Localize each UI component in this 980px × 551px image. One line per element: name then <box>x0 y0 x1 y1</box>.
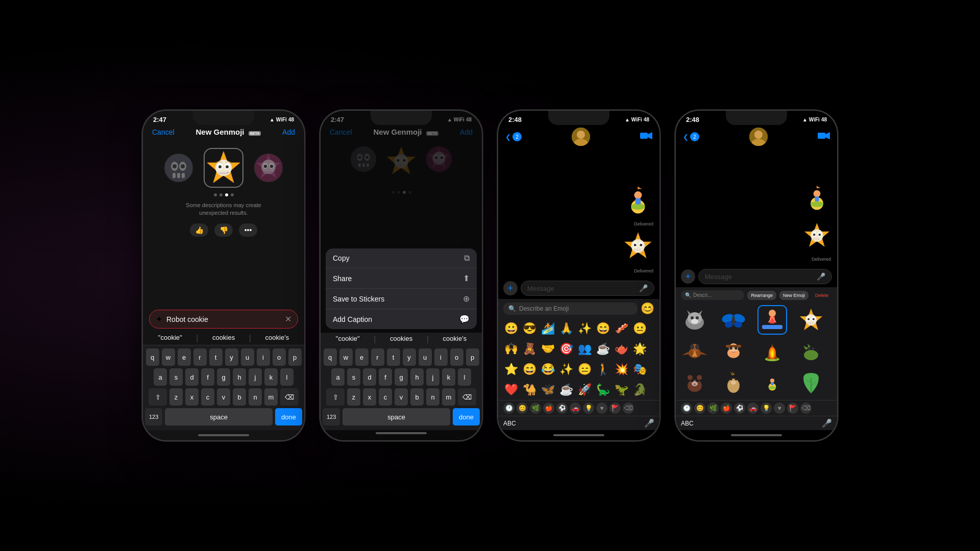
autocomplete-item-3[interactable]: cookie's <box>265 334 289 343</box>
emoji-3-12[interactable]: 🎯 <box>557 340 575 358</box>
emoji-cat-4-flags[interactable]: 🚩 <box>787 403 798 414</box>
key2-s[interactable]: s <box>347 368 360 386</box>
key2-u[interactable]: u <box>419 348 432 366</box>
emoji-3-19[interactable]: 😂 <box>539 361 556 378</box>
key-i[interactable]: i <box>257 348 270 366</box>
emoji-cat-objects[interactable]: 💡 <box>583 403 594 414</box>
video-call-button-4[interactable] <box>818 132 830 142</box>
emoji-3-27[interactable]: 🦋 <box>539 381 556 398</box>
emoji-3-14[interactable]: ☕ <box>594 340 611 358</box>
genmoji-cell-star-skull[interactable] <box>796 305 826 335</box>
thumbs-up-btn[interactable]: 👍 <box>190 223 208 237</box>
emoji-3-32[interactable]: 🐊 <box>631 381 648 398</box>
key-l[interactable]: l <box>280 368 293 386</box>
key-p[interactable]: p <box>288 348 302 366</box>
emoji-delete-btn[interactable]: ⌫ <box>623 403 634 414</box>
menu-item-copy[interactable]: Copy ⧉ <box>326 248 477 268</box>
key2-i[interactable]: i <box>434 348 448 366</box>
key2-d[interactable]: d <box>363 368 376 386</box>
emoji-3-28[interactable]: ☕ <box>557 381 575 398</box>
emoji-cat-symbols[interactable]: ♥ <box>596 403 607 414</box>
key-u[interactable]: u <box>241 348 254 366</box>
abc-label-3[interactable]: ABC <box>503 420 516 427</box>
emoji-3-8[interactable]: 😐 <box>631 320 648 337</box>
emoji-3-15[interactable]: 🫖 <box>612 340 630 358</box>
key2-k[interactable]: k <box>442 368 455 386</box>
back-button-4[interactable]: ❮ 2 <box>683 132 699 141</box>
genmoji-cell-cowboy[interactable] <box>719 337 748 366</box>
emoji-3-17[interactable]: ⭐ <box>502 361 520 378</box>
key-w[interactable]: w <box>162 348 175 366</box>
genmoji-cell-bear[interactable] <box>680 368 709 398</box>
autocomplete-2-item-3[interactable]: cookie's <box>443 335 467 344</box>
genmoji-cell-person-island[interactable] <box>757 368 787 398</box>
key2-e[interactable]: e <box>355 348 369 366</box>
key-b[interactable]: b <box>233 388 246 406</box>
emoji-cat-4-delete[interactable]: ⌫ <box>800 403 812 414</box>
key2-v[interactable]: v <box>395 388 408 406</box>
key2-x[interactable]: x <box>363 388 376 406</box>
emoji-3-31[interactable]: 🦖 <box>612 381 630 398</box>
emoji-item-skull-right[interactable] <box>250 149 287 186</box>
contact-avatar-3[interactable] <box>572 128 590 146</box>
emoji-3-18[interactable]: 😄 <box>521 361 538 378</box>
key-r[interactable]: r <box>193 348 207 366</box>
autocomplete-2-item-2[interactable]: cookies <box>390 335 412 344</box>
key2-g[interactable]: g <box>395 368 408 386</box>
emoji-3-4[interactable]: 🙏 <box>557 320 575 337</box>
emoji-cat-activity[interactable]: ⚽ <box>556 403 568 414</box>
genmoji-search-4[interactable]: 🔍 Descri... <box>681 290 744 300</box>
key-v[interactable]: v <box>217 388 230 406</box>
key2-h[interactable]: h <box>410 368 424 386</box>
emoji-3-13[interactable]: 👥 <box>576 340 593 358</box>
key-space[interactable]: space <box>165 408 273 425</box>
emoji-3-24[interactable]: 🎭 <box>631 361 648 378</box>
text-input-1[interactable]: ✦ Robot cookie ✕ <box>149 310 298 329</box>
emoji-cat-4-nature[interactable]: 🌿 <box>707 403 719 414</box>
emoji-cat-nature[interactable]: 🌿 <box>530 403 541 414</box>
key2-j[interactable]: j <box>426 368 439 386</box>
key-m[interactable]: m <box>264 388 278 406</box>
emoji-cat-face[interactable]: 😊 <box>517 403 528 414</box>
key2-q[interactable]: q <box>324 348 337 366</box>
key2-done[interactable]: done <box>453 408 480 425</box>
emoji-3-23[interactable]: 💥 <box>612 361 630 378</box>
emoji-cat-flags[interactable]: 🚩 <box>609 403 621 414</box>
key2-a[interactable]: a <box>331 368 345 386</box>
key2-z[interactable]: z <box>347 388 360 406</box>
genmoji-cell-dinosaur[interactable] <box>796 337 826 366</box>
emoji-3-11[interactable]: 🤝 <box>539 340 556 358</box>
key2-y[interactable]: y <box>403 348 416 366</box>
key2-t[interactable]: t <box>387 348 400 366</box>
emoji-3-2[interactable]: 😎 <box>521 320 538 337</box>
emoji-3-29[interactable]: 🚀 <box>576 381 593 398</box>
key2-r[interactable]: r <box>371 348 384 366</box>
key-z[interactable]: z <box>169 388 183 406</box>
emoji-cat-4-face[interactable]: 😊 <box>694 403 705 414</box>
menu-item-share[interactable]: Share ⬆ <box>326 268 477 289</box>
message-plus-btn-3[interactable]: + <box>503 281 518 295</box>
autocomplete-item-2[interactable]: cookies <box>212 334 235 343</box>
emoji-cat-4-travel[interactable]: 🚗 <box>747 403 758 414</box>
message-input-field-4[interactable]: Message 🎤 <box>698 269 832 284</box>
key-j[interactable]: j <box>249 368 262 386</box>
input-value-1[interactable]: Robot cookie <box>166 315 281 323</box>
key2-m[interactable]: m <box>442 388 455 406</box>
key-s[interactable]: s <box>169 368 183 386</box>
emoji-cat-4-symbols[interactable]: ♥ <box>774 403 785 414</box>
emoji-3-1[interactable]: 😀 <box>502 320 520 337</box>
key-d[interactable]: d <box>185 368 199 386</box>
key2-space[interactable]: space <box>342 408 450 425</box>
tab-rearrange-4[interactable]: Rearrange <box>747 291 776 300</box>
abc-label-4[interactable]: ABC <box>681 420 694 427</box>
key-a[interactable]: a <box>154 368 167 386</box>
emoji-cat-4-activity[interactable]: ⚽ <box>734 403 745 414</box>
emoji-3-26[interactable]: 🐪 <box>521 381 538 398</box>
emoji-3-25[interactable]: ❤️ <box>502 381 520 398</box>
video-call-button-3[interactable] <box>640 132 652 142</box>
message-input-field-3[interactable]: Message 🎤 <box>521 281 654 296</box>
key-done[interactable]: done <box>275 408 302 425</box>
emoji-3-3[interactable]: 🏄 <box>539 320 556 337</box>
key-c[interactable]: c <box>201 388 214 406</box>
key2-f[interactable]: f <box>379 368 392 386</box>
